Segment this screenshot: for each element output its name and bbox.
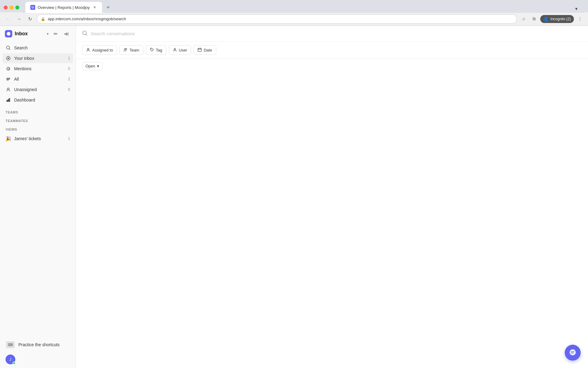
- sidebar-title: Inbox: [15, 31, 44, 36]
- assigned-to-filter-button[interactable]: Assigned to: [82, 45, 117, 55]
- unassigned-icon: [6, 87, 11, 92]
- sidebar-item-mentions[interactable]: @ Mentions 0: [2, 64, 73, 74]
- views-nav: 🎉 James' tickets 1: [0, 132, 76, 145]
- sidebar-item-count-all: 2: [65, 77, 70, 81]
- filter-bar: Assigned to Team Tag User: [76, 42, 588, 59]
- calendar-icon: [198, 48, 202, 53]
- maximize-window-dot[interactable]: [15, 6, 19, 10]
- tag-label: Tag: [156, 48, 162, 52]
- search-bar-icon: [82, 30, 88, 37]
- sidebar-item-all[interactable]: All 2: [2, 74, 73, 84]
- close-window-dot[interactable]: [4, 6, 8, 10]
- chat-icon: [569, 349, 577, 357]
- sidebar-item-james-tickets[interactable]: 🎉 James' tickets 1: [2, 134, 73, 144]
- new-tab-button[interactable]: +: [103, 2, 113, 13]
- svg-rect-7: [6, 78, 10, 79]
- window-controls: [4, 6, 19, 10]
- sidebar-item-count-unassigned: 0: [65, 87, 70, 92]
- sidebar-item-search[interactable]: Search: [2, 43, 73, 53]
- svg-point-19: [151, 49, 152, 49]
- date-filter-button[interactable]: Date: [194, 45, 216, 55]
- practice-shortcuts-item[interactable]: ⌨ Practice the shortcuts: [2, 337, 73, 352]
- status-label: Open: [85, 64, 95, 68]
- tab-list-button[interactable]: ▾: [572, 4, 581, 13]
- reload-button[interactable]: ↻: [26, 15, 34, 23]
- sidebar-item-count-james-tickets: 1: [65, 136, 70, 141]
- svg-rect-21: [198, 48, 202, 52]
- status-bar: Open ▾: [76, 59, 588, 73]
- keyboard-icon: ⌨: [6, 340, 15, 350]
- title-bar: M Overview | Reports | Moodjoy ✕ + ▾: [0, 0, 588, 12]
- sidebar-item-label-mentions: Mentions: [14, 66, 62, 71]
- minimize-window-dot[interactable]: [9, 6, 13, 10]
- incognito-label: Incognito (2): [550, 17, 571, 21]
- sidebar-item-unassigned[interactable]: Unassigned 0: [2, 85, 73, 94]
- tag-filter-button[interactable]: Tag: [146, 45, 166, 55]
- assigned-to-icon: [86, 48, 90, 53]
- svg-point-18: [126, 48, 127, 50]
- split-view-button[interactable]: ⧉: [530, 15, 538, 23]
- collapse-sidebar-button[interactable]: ≪: [62, 29, 71, 38]
- svg-point-10: [7, 88, 9, 90]
- svg-rect-8: [6, 79, 10, 79]
- avatar-item[interactable]: J: [2, 352, 73, 367]
- main-content: Assigned to Team Tag User: [76, 26, 588, 368]
- svg-point-20: [174, 48, 175, 50]
- search-input[interactable]: [91, 31, 582, 36]
- sidebar-nav: Search Your inbox 1 @ Mentions 0: [0, 42, 76, 107]
- sidebar-header: Inbox ▾ ✏ ≪: [0, 26, 76, 42]
- search-bar: [76, 26, 588, 42]
- incognito-button[interactable]: 👤 Incognito (2): [540, 15, 574, 23]
- tab-title: Overview | Reports | Moodjoy: [38, 5, 90, 10]
- user-label: User: [179, 48, 187, 52]
- forward-button[interactable]: →: [15, 15, 23, 23]
- user-filter-button[interactable]: User: [169, 45, 191, 55]
- date-label: Date: [204, 48, 212, 52]
- search-icon: [6, 45, 11, 51]
- lock-icon: 🔒: [41, 17, 45, 21]
- tag-icon: [150, 48, 154, 53]
- sidebar-item-label-dashboard: Dashboard: [14, 98, 62, 102]
- sidebar-item-label-search: Search: [14, 45, 62, 50]
- svg-rect-13: [9, 98, 10, 102]
- dashboard-icon: [6, 97, 11, 103]
- avatar: J: [6, 355, 15, 364]
- sidebar-item-label-your-inbox: Your inbox: [14, 56, 62, 61]
- svg-point-4: [8, 58, 9, 59]
- inbox-icon: [6, 56, 11, 61]
- avatar-initial: J: [9, 357, 11, 362]
- sidebar-item-label-unassigned: Unassigned: [14, 87, 62, 92]
- svg-point-16: [88, 48, 89, 50]
- toolbar-actions: ☆ ⧉ 👤 Incognito (2) ⋮: [519, 15, 584, 23]
- sidebar-item-your-inbox[interactable]: Your inbox 1: [2, 53, 73, 63]
- empty-content: [76, 73, 588, 368]
- sidebar-logo: [5, 30, 12, 37]
- menu-button[interactable]: ⋮: [576, 15, 584, 23]
- compose-button[interactable]: ✏: [51, 29, 60, 38]
- active-tab[interactable]: M Overview | Reports | Moodjoy ✕: [25, 2, 102, 13]
- close-tab-button[interactable]: ✕: [92, 5, 97, 10]
- svg-rect-11: [6, 100, 8, 102]
- svg-line-2: [9, 49, 10, 50]
- browser-chrome: M Overview | Reports | Moodjoy ✕ + ▾ ← →…: [0, 0, 588, 26]
- sidebar: Inbox ▾ ✏ ≪ Search Your inbox 1: [0, 26, 76, 368]
- all-icon: [6, 76, 11, 82]
- sidebar-footer: ⌨ Practice the shortcuts J: [0, 335, 76, 368]
- sidebar-title-arrow[interactable]: ▾: [47, 32, 49, 36]
- assigned-to-label: Assigned to: [92, 48, 113, 52]
- svg-point-14: [83, 31, 86, 35]
- browser-toolbar: ← → ↻ 🔒 app.intercom.com/a/inbox/nnsgmgo…: [0, 12, 588, 26]
- tab-bar: M Overview | Reports | Moodjoy ✕ + ▾: [22, 2, 584, 13]
- back-button[interactable]: ←: [4, 15, 12, 23]
- sidebar-item-label-james-tickets: James' tickets: [14, 136, 62, 141]
- svg-text:@: @: [7, 67, 10, 71]
- status-filter-button[interactable]: Open ▾: [82, 62, 103, 70]
- sidebar-item-dashboard[interactable]: Dashboard: [2, 95, 73, 105]
- sidebar-item-label-all: All: [14, 77, 62, 82]
- address-text: app.intercom.com/a/inbox/nnsgmgob/search: [48, 17, 513, 21]
- svg-line-15: [86, 34, 87, 35]
- address-bar[interactable]: 🔒 app.intercom.com/a/inbox/nnsgmgob/sear…: [37, 14, 517, 24]
- chat-button[interactable]: [565, 345, 581, 361]
- bookmark-button[interactable]: ☆: [519, 15, 528, 23]
- team-filter-button[interactable]: Team: [119, 45, 143, 55]
